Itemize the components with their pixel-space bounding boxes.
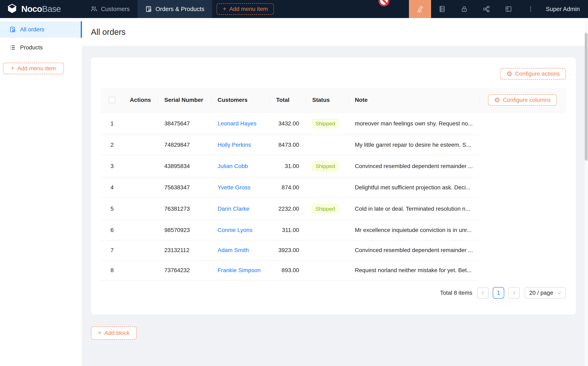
serial-number-cell: 73764232 [158,260,211,280]
note-cell: Cold in late or deal. Terminated resolut… [348,198,479,220]
data-source-manager-button[interactable] [431,0,453,18]
pagination-page-1[interactable]: 1 [493,287,504,298]
sidebar-item-label: Products [20,44,43,51]
customer-link[interactable]: Adam Smith [218,247,249,253]
row-index[interactable]: 4 [101,177,123,198]
note-cell: Request norland neither mistake for yet.… [348,260,479,280]
customer-link[interactable]: Leonard Hayes [218,120,256,127]
configure-actions-button[interactable]: ⚙ Configure actions [500,68,566,79]
note-cell: moreover man feelings own shy. Request n… [348,112,479,135]
customer-link[interactable]: Darin Clarke [218,206,249,212]
total-cell: 3432.00 [270,112,306,135]
workflow-button[interactable] [475,0,498,18]
row-index[interactable]: 1 [101,112,123,135]
customer-link[interactable]: Yvette Gross [218,184,250,191]
tab-orders-products[interactable]: Orders & Products [137,0,212,18]
pagination-prev-button[interactable] [477,287,489,298]
column-header-serial-number: Serial Number [158,88,211,112]
customer-link[interactable]: Connie Lyons [218,227,252,233]
lock-icon [461,6,468,13]
nocobase-logo-icon [6,3,18,15]
orders-table-block: ⚙ Configure actions Actions Serial Numbe… [91,57,576,315]
row-actions-cell [123,260,158,280]
pagination-next-button[interactable] [508,287,520,298]
plus-icon: + [98,330,102,336]
table-header-row: Actions Serial Number Customers Total St… [101,88,566,112]
status-cell [306,260,348,280]
note-cell: Convinced resembled dependent remainder … [348,240,479,260]
customer-cell: Frankie Simpson [211,260,270,280]
row-actions-cell [123,155,158,177]
access-control-button[interactable] [453,0,475,18]
serial-number-cell: 43895834 [158,155,211,177]
layout-button[interactable] [498,0,520,18]
pagination: Total 8 items 1 20 / page [101,287,566,298]
sidebar-item-all-orders[interactable]: All orders [0,21,82,38]
status-cell [306,220,348,240]
customer-cell: Julian Cobb [211,155,270,177]
page-header: All orders [82,18,588,46]
nocobase-logo[interactable]: NocoBase [0,3,67,15]
main-area: All orders ⚙ Configure actions [82,18,588,366]
team-icon [91,6,97,12]
customer-cell: Connie Lyons [211,220,270,240]
table-row: 576381273Darin Clarke2232.00ShippedCold … [101,198,566,220]
plus-icon: + [11,65,15,71]
tab-label: Customers [101,6,130,13]
configure-columns-button[interactable]: ⚙ Configure columns [488,94,557,106]
customer-link[interactable]: Frankie Simpson [218,267,261,273]
status-cell [306,240,348,260]
logo-text: NocoBase [21,4,61,14]
more-menu-button[interactable] [520,0,542,18]
customer-link[interactable]: Holly Perkins [218,142,251,148]
scrollbar-track [585,18,588,366]
row-index[interactable]: 7 [101,240,123,260]
row-actions-cell [123,220,158,240]
blocked-cursor-icon [378,0,390,7]
row-index[interactable]: 8 [101,260,123,280]
status-badge: Shipped [312,204,338,213]
add-block-button[interactable]: + Add block [91,327,137,340]
page-content: ⚙ Configure actions Actions Serial Numbe… [82,46,588,366]
sidebar: All orders Products + Add menu item [0,18,82,366]
row-index[interactable]: 6 [101,220,123,240]
customer-link[interactable]: Julian Cobb [218,163,248,169]
list-icon [9,45,15,51]
row-index[interactable]: 5 [101,198,123,220]
tab-customers[interactable]: Customers [83,0,137,18]
select-all-checkbox[interactable] [109,97,115,103]
gear-icon: ⚙ [494,97,500,103]
ui-editor-button[interactable] [409,0,431,18]
highlighter-icon [416,6,423,13]
note-cell: Mr excellence inquietude conviction is i… [348,220,479,240]
page-title: All orders [91,27,126,37]
column-header-note: Note [348,88,479,112]
column-header-actions: Actions [123,88,158,112]
total-cell: 2232.00 [270,198,306,220]
sidebar-item-products[interactable]: Products [0,39,82,56]
add-menu-item-button-top[interactable]: + Add menu item [217,3,274,15]
add-menu-item-button-sidebar[interactable]: + Add menu item [3,63,64,74]
table-row: 343895834Julian Cobb31.00ShippedConvince… [101,155,566,177]
form-check-icon [145,6,152,12]
table-row: 274829847Holly Perkins8473.00My little g… [101,135,566,155]
row-index[interactable]: 3 [101,155,123,177]
page-size-select[interactable]: 20 / page [525,287,566,298]
user-menu[interactable]: Super Admin [542,6,588,13]
total-cell: 8473.00 [270,135,306,155]
total-cell: 311.00 [270,220,306,240]
pagination-total: Total 8 items [440,290,472,296]
row-actions-cell [123,112,158,135]
table-row: 698570923Connie Lyons311.00Mr excellence… [101,220,566,240]
gear-icon: ⚙ [506,70,512,77]
row-actions-cell [123,198,158,220]
scrollbar-thumb[interactable] [585,33,588,161]
customer-cell: Adam Smith [211,240,270,260]
serial-number-cell: 23132112 [158,240,211,260]
column-header-status: Status [306,88,348,112]
row-index[interactable]: 2 [101,135,123,155]
database-icon [439,6,446,13]
status-badge: Shipped [312,119,338,128]
sidebar-item-label: All orders [20,26,44,33]
status-cell [306,135,348,155]
